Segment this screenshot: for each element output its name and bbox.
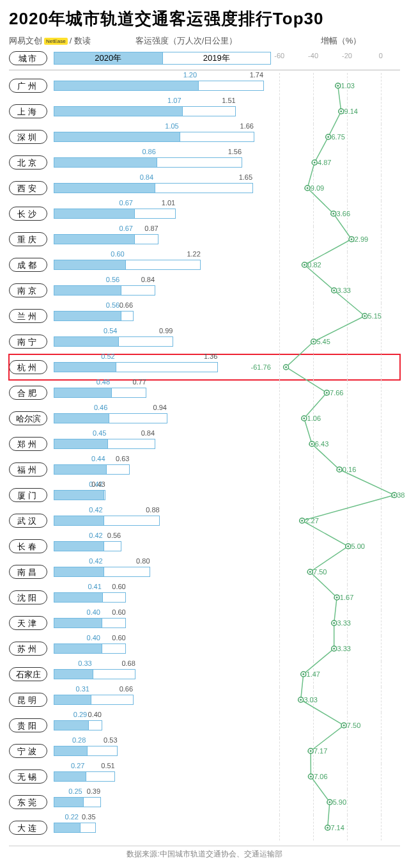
bar-2020 — [54, 439, 108, 449]
value-2019: 0.39 — [87, 787, 100, 795]
city-name: 深圳 — [9, 130, 47, 144]
value-2019: 0.99 — [159, 327, 173, 335]
value-2019: 1.74 — [250, 71, 263, 79]
growth-value: -30.16 — [336, 466, 356, 473]
value-2019: 1.01 — [162, 199, 175, 207]
table-row: 杭州0.521.36-61.76 — [9, 354, 400, 380]
bar-2020 — [54, 695, 91, 705]
growth-value: -33.33 — [331, 287, 351, 294]
bar-2020 — [54, 132, 180, 142]
value-2020: 0.42 — [89, 557, 102, 565]
city-name: 厦门 — [9, 488, 47, 502]
city-name: 昆明 — [9, 693, 47, 707]
bar-2020 — [54, 720, 89, 730]
bar-2020 — [54, 797, 84, 807]
value-2020: 0.46 — [94, 404, 107, 411]
growth-value: -47.06 — [307, 773, 327, 780]
table-row: 大连0.220.35-37.14 — [9, 815, 400, 840]
city-name: 重庆 — [9, 232, 47, 246]
brand-pre: 网易文创 — [9, 35, 42, 47]
value-2019: 1.51 — [222, 97, 235, 104]
legend-2019: 2019年 — [163, 52, 271, 64]
value-2019: 0.60 — [112, 634, 125, 642]
value-2020: 0.25 — [68, 787, 82, 795]
bar-2020 — [54, 157, 157, 168]
value-2019: 0.40 — [88, 711, 102, 718]
city-name: 长沙 — [9, 207, 47, 221]
value-2019: 1.66 — [240, 122, 254, 130]
bar-2020 — [54, 746, 88, 756]
table-row: 哈尔滨0.460.94-51.06 — [9, 406, 400, 431]
growth-value: -52.27 — [299, 517, 319, 525]
value-2019: 0.84 — [141, 429, 155, 437]
value-2019: 0.63 — [116, 455, 129, 462]
table-row: 长沙0.671.01-33.66 — [9, 201, 400, 226]
table-row: 北京0.861.56-44.87 — [9, 150, 400, 175]
table-row: 福州0.440.63-30.16 — [9, 457, 400, 482]
value-2019: 1.56 — [228, 148, 242, 155]
value-2020: 1.07 — [167, 97, 181, 104]
value-2019: 1.22 — [187, 250, 200, 258]
bar-2020 — [54, 388, 112, 398]
growth-value: -53.03 — [298, 696, 318, 704]
value-2020: 1.20 — [183, 71, 197, 79]
table-row: 广州1.201.74-31.03 — [9, 73, 400, 99]
bar-2020 — [54, 413, 109, 423]
value-2019: 0.56 — [107, 532, 121, 539]
value-2019: 0.68 — [121, 659, 135, 667]
bar-2020 — [54, 81, 199, 91]
value-2020: 0.27 — [71, 762, 84, 769]
table-row: 郑州0.450.84-46.43 — [9, 431, 400, 457]
table-row: 南京0.560.84-33.33 — [9, 278, 400, 303]
table-row: 宁波0.280.53-47.17 — [9, 738, 400, 764]
bar-2020 — [54, 643, 102, 654]
value-2020: 1.05 — [165, 122, 178, 130]
city-name: 南昌 — [9, 565, 47, 579]
value-2019: 0.53 — [104, 736, 117, 744]
value-2020: 0.52 — [101, 352, 114, 360]
growth-value: -31.03 — [335, 82, 355, 90]
header-row: 城市 2020年 2019年 -60-40-200 — [9, 51, 400, 66]
growth-value: -47.50 — [307, 568, 327, 576]
table-row: 昆明0.310.66-53.03 — [9, 687, 400, 713]
growth-tick: 0 — [371, 52, 390, 59]
growth-value: -61.76 — [251, 363, 271, 371]
table-row: 厦门0.420.432.38 — [9, 482, 400, 508]
city-name: 南宁 — [9, 335, 47, 349]
value-2019: 0.35 — [82, 813, 95, 821]
table-row: 南宁0.540.99-45.45 — [9, 329, 400, 354]
table-row: 合肥0.480.77-37.66 — [9, 380, 400, 406]
growth-value: -37.14 — [325, 824, 344, 832]
table-row: 南昌0.420.80-47.50 — [9, 559, 400, 585]
growth-value: -45.45 — [311, 338, 330, 345]
city-name: 大连 — [9, 821, 47, 835]
table-row: 无锡0.270.51-47.06 — [9, 764, 400, 789]
bar-2020 — [54, 618, 102, 628]
value-2019: 0.60 — [112, 608, 125, 616]
city-name: 北京 — [9, 155, 47, 170]
growth-value: -47.17 — [307, 747, 327, 755]
city-name: 石家庄 — [9, 667, 47, 681]
growth-value: -44.87 — [311, 159, 331, 166]
city-name: 天津 — [9, 616, 47, 630]
growth-value: -35.90 — [327, 798, 346, 806]
value-2019: 0.43 — [91, 480, 105, 488]
bar-2020 — [54, 464, 107, 475]
value-2019: 0.94 — [153, 404, 167, 411]
value-2020: 0.40 — [87, 608, 100, 616]
table-row: 贵阳0.290.40-27.50 — [9, 713, 400, 738]
growth-value: -50.82 — [301, 261, 321, 269]
footer-source: 数据来源:中国城市轨道交通协会、交通运输部 — [9, 846, 400, 860]
growth-tick: -60 — [270, 52, 289, 59]
growth-value: -22.99 — [348, 235, 368, 243]
subheader: 网易文创 NetEase / 数读 客运强度（万人次/日公里） 增幅（%） — [9, 35, 400, 47]
city-name: 无锡 — [9, 769, 47, 784]
value-2019: 0.87 — [144, 225, 158, 232]
chart-rows: 广州1.201.74-31.03上海1.071.51-29.14深圳1.051.… — [9, 73, 400, 840]
table-row: 深圳1.051.66-36.75 — [9, 124, 400, 150]
value-2020: 0.40 — [87, 634, 100, 642]
value-2020: 0.28 — [72, 736, 86, 744]
growth-value: -27.50 — [341, 722, 360, 729]
city-name: 东莞 — [9, 795, 47, 809]
growth-axis-label: 增幅（%） — [282, 35, 400, 47]
